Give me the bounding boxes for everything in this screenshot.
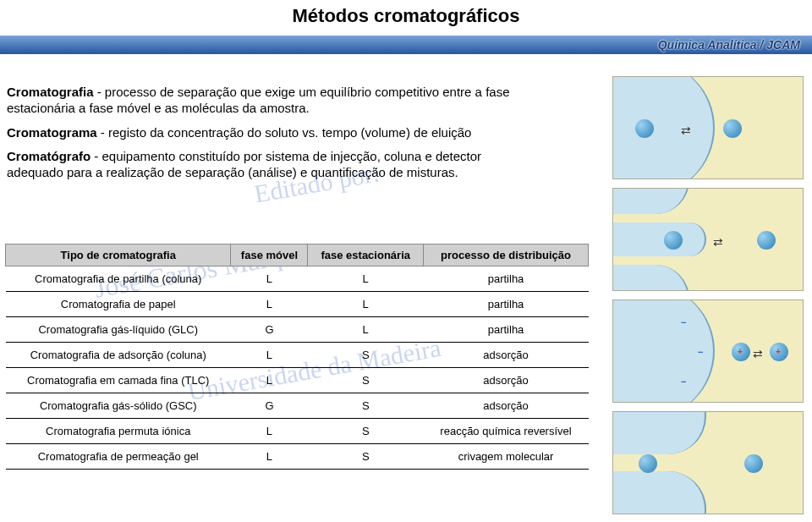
- phase-shape: [612, 188, 689, 214]
- cell: Cromatografia gás-sólido (GSC): [6, 393, 231, 419]
- table-row: Cromatografia em camada fina (TLC) L S a…: [6, 368, 589, 393]
- diagram-ion-exchange: + + − − − ⇄: [612, 299, 804, 403]
- cell: partilha: [424, 292, 589, 317]
- arrow-icon: ⇄: [753, 347, 763, 360]
- def-cromatograma-text: - registo da concentração do soluto vs. …: [97, 125, 472, 140]
- def-cromatografia-term: Cromatografia: [7, 85, 94, 99]
- cell: G: [231, 393, 308, 419]
- diagram-column: ⇄ ⇄ + + − − − ⇄: [612, 76, 804, 514]
- cell: L: [231, 368, 308, 393]
- table-row: Cromatografia de partilha (coluna) L L p…: [6, 266, 589, 292]
- molecule-dot-icon: [744, 454, 763, 473]
- cell: L: [231, 444, 308, 470]
- th-fase-movel: fase móvel: [231, 245, 308, 266]
- cell: Cromatografia gás-líquido (GLC): [6, 317, 231, 343]
- cell: partilha: [424, 266, 589, 292]
- cell: L: [231, 292, 308, 317]
- cell: L: [308, 317, 424, 343]
- table-row: Cromatografia de adsorção (coluna) L S a…: [6, 343, 589, 368]
- def-cromatografo-term: Cromatógrafo: [7, 149, 91, 163]
- def-cromatograma-term: Cromatograma: [7, 125, 97, 140]
- cell: Cromatografia permuta iónica: [6, 419, 231, 444]
- band-label: Química Analítica / JCAM: [658, 36, 800, 54]
- cell: S: [308, 368, 424, 393]
- cell: L: [231, 343, 308, 368]
- cell: Cromatografia de partilha (coluna): [6, 266, 231, 292]
- cell: reacção química reversível: [424, 419, 589, 444]
- minus-icon: −: [698, 347, 703, 357]
- arrow-icon: ⇄: [681, 124, 691, 137]
- cell: Cromatografia de adsorção (coluna): [6, 343, 231, 368]
- molecule-dot-icon: [635, 119, 654, 138]
- plus-icon: +: [776, 347, 781, 356]
- table-row: Cromatografia de papel L L partilha: [6, 292, 589, 317]
- minus-icon: −: [681, 317, 686, 327]
- phase-shape: [612, 471, 706, 514]
- table-header-row: Tipo de cromatografia fase móvel fase es…: [6, 245, 589, 266]
- phase-shape: [612, 76, 715, 179]
- table-row: Cromatografia gás-líquido (GLC) G L part…: [6, 317, 589, 343]
- def-cromatograma: Cromatograma - registo da concentração d…: [7, 125, 531, 141]
- cell: S: [308, 343, 424, 368]
- cell: adsorção: [424, 393, 589, 419]
- th-processo: processo de distribuição: [424, 245, 589, 266]
- plus-icon: +: [738, 347, 743, 356]
- cell: adsorção: [424, 368, 589, 393]
- page-title: Métodos cromatográficos: [0, 5, 812, 27]
- th-tipo: Tipo de cromatografia: [6, 245, 231, 266]
- cell: Cromatografia de permeação gel: [6, 444, 231, 470]
- cell: Cromatografia de papel: [6, 292, 231, 317]
- cell: S: [308, 393, 424, 419]
- phase-shape: [612, 223, 706, 256]
- cell: L: [308, 292, 424, 317]
- cell: L: [231, 266, 308, 292]
- phase-shape: [612, 411, 706, 454]
- cell: Cromatografia em camada fina (TLC): [6, 368, 231, 393]
- diagram-adsorption: ⇄: [612, 188, 804, 291]
- arrow-icon: ⇄: [713, 235, 723, 249]
- def-cromatografo: Cromatógrafo - equipamento constituído p…: [7, 149, 531, 181]
- def-cromatografia: Cromatografia - processo de separação qu…: [7, 85, 531, 117]
- cell: adsorção: [424, 343, 589, 368]
- minus-icon: −: [681, 376, 686, 387]
- table-row: Cromatografia gás-sólido (GSC) G S adsor…: [6, 393, 589, 419]
- table-row: Cromatografia permuta iónica L S reacção…: [6, 419, 589, 444]
- cell: S: [308, 444, 424, 470]
- cell: L: [308, 266, 424, 292]
- cell: L: [231, 419, 308, 444]
- cell: S: [308, 419, 424, 444]
- definitions-block: Cromatografia - processo de separação qu…: [7, 85, 531, 190]
- th-fase-estacionaria: fase estacionária: [308, 245, 424, 266]
- cell: partilha: [424, 317, 589, 343]
- molecule-dot-icon: [723, 119, 742, 138]
- phase-shape: [612, 265, 689, 291]
- diagram-gel-permeation: [612, 411, 804, 514]
- molecule-dot-icon: [639, 454, 657, 473]
- molecule-dot-icon: [757, 231, 776, 250]
- cell: G: [231, 317, 308, 343]
- cell: crivagem molecular: [424, 444, 589, 470]
- table-row: Cromatografia de permeação gel L S criva…: [6, 444, 589, 470]
- molecule-dot-icon: [664, 231, 683, 250]
- diagram-partition: ⇄: [612, 76, 804, 179]
- chromatography-table: Tipo de cromatografia fase móvel fase es…: [5, 244, 589, 470]
